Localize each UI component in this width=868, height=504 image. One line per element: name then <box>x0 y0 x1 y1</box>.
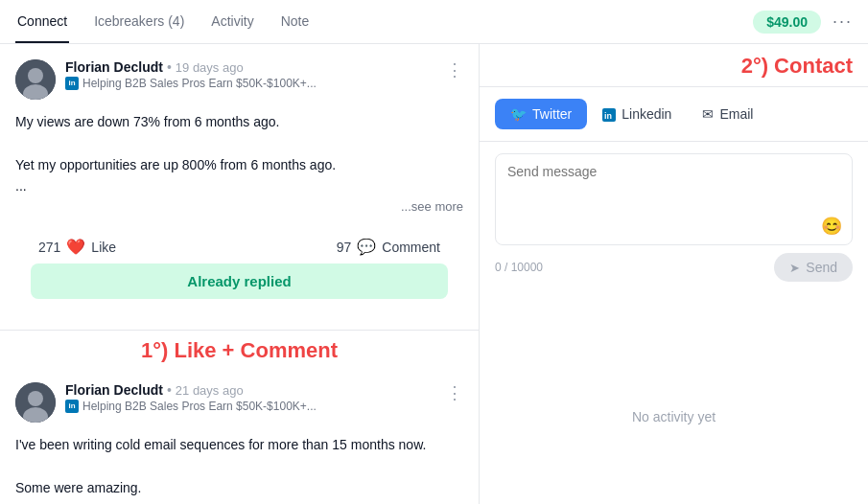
email-icon: ✉ <box>702 106 714 122</box>
post-body-2: I've been writing cold email sequences f… <box>15 434 463 504</box>
post-ellipsis-1: ... <box>15 175 463 196</box>
channel-tab-twitter[interactable]: 🐦 Twitter <box>495 99 587 129</box>
posts-feed: Florian Decludt • 19 days ago in Helping… <box>0 44 480 504</box>
like-count-1[interactable]: 271 ❤️ Like <box>38 238 116 256</box>
twitter-icon: 🐦 <box>510 106 527 122</box>
main-content: Florian Decludt • 19 days ago in Helping… <box>0 44 868 504</box>
more-options-button[interactable]: ··· <box>833 11 853 32</box>
svg-text:in: in <box>604 111 612 121</box>
svg-point-4 <box>28 391 43 406</box>
char-count-row: 0 / 10000 ➤ Send <box>495 245 853 289</box>
channel-tab-email[interactable]: ✉ Email <box>687 99 768 129</box>
already-replied-button[interactable]: Already replied <box>31 263 448 299</box>
post-line-2a: I've been writing cold email sequences f… <box>15 434 463 455</box>
separator-1: • <box>167 59 172 75</box>
tab-connect[interactable]: Connect <box>15 0 69 43</box>
comment-label-1: Comment <box>382 240 440 255</box>
post-line-2b: Some were amazing. <box>15 477 463 498</box>
twitter-label: Twitter <box>532 106 572 122</box>
channel-tab-linkedin[interactable]: in Linkedin <box>587 99 687 129</box>
separator-2: • <box>167 382 172 398</box>
like-number-1: 271 <box>38 240 60 255</box>
contact-title: 2°) Contact <box>741 54 853 79</box>
author-tagline-1: Helping B2B Sales Pros Earn $50K-$100K+.… <box>82 77 317 90</box>
heart-icon-1: ❤️ <box>66 238 85 256</box>
send-icon: ➤ <box>789 261 800 275</box>
emoji-button[interactable]: 😊 <box>821 216 842 237</box>
see-more-1[interactable]: ...see more <box>401 197 463 218</box>
post-body-1: My views are down 73% from 6 months ago.… <box>15 111 463 217</box>
message-area: 😊 0 / 10000 ➤ Send <box>480 142 868 329</box>
post-header-1: Florian Decludt • 19 days ago in Helping… <box>15 59 463 100</box>
post-author-area-2: Florian Decludt • 21 days ago in Helping… <box>15 382 317 423</box>
post-card-1: Florian Decludt • 19 days ago in Helping… <box>0 44 479 331</box>
author-info-2: Florian Decludt • 21 days ago in Helping… <box>65 382 317 413</box>
tab-note[interactable]: Note <box>279 0 312 43</box>
char-count: 0 / 10000 <box>495 261 543 274</box>
linkedin-icon-2: in <box>65 400 79 413</box>
top-navigation: Connect Icebreakers (4) Activity Note $4… <box>0 0 868 44</box>
comment-number-1: 97 <box>337 240 352 255</box>
tab-icebreakers[interactable]: Icebreakers (4) <box>92 0 186 43</box>
post-author-area-1: Florian Decludt • 19 days ago in Helping… <box>15 59 317 100</box>
author-name-row-1: Florian Decludt • 19 days ago <box>65 59 317 75</box>
post-time-2: 21 days ago <box>176 383 244 398</box>
channel-tabs: 🐦 Twitter in Linkedin ✉ Email <box>480 87 868 142</box>
comment-icon-1: 💬 <box>357 238 376 256</box>
author-name-row-2: Florian Decludt • 21 days ago <box>65 382 317 398</box>
contact-header: 2°) Contact <box>480 44 868 87</box>
engagement-row-1: 271 ❤️ Like 97 💬 Comment <box>15 230 463 263</box>
post-menu-2[interactable]: ⋮ <box>446 382 463 403</box>
linkedin-tab-icon: in <box>602 106 616 122</box>
author-info-1: Florian Decludt • 19 days ago in Helping… <box>65 59 317 90</box>
author-name-1: Florian Decludt <box>65 59 163 75</box>
email-tab-label: Email <box>719 106 753 122</box>
message-textarea-wrapper: 😊 <box>495 153 853 245</box>
no-activity-text: No activity yet <box>480 329 868 504</box>
comment-count-1[interactable]: 97 💬 Comment <box>337 238 440 256</box>
send-button[interactable]: ➤ Send <box>774 253 853 282</box>
linkedin-tab-label: Linkedin <box>622 106 671 122</box>
author-tagline-2: Helping B2B Sales Pros Earn $50K-$100K+.… <box>82 400 317 413</box>
annotation-label: 1°) Like + Comment <box>0 331 479 367</box>
post-header-2: Florian Decludt • 21 days ago in Helping… <box>15 382 463 423</box>
post-line-1b: Yet my opportunities are up 800% from 6 … <box>15 154 463 175</box>
send-label: Send <box>806 260 837 275</box>
author-subtitle-1: in Helping B2B Sales Pros Earn $50K-$100… <box>65 77 317 90</box>
avatar-2 <box>15 382 56 423</box>
like-label-1: Like <box>91 240 116 255</box>
author-subtitle-2: in Helping B2B Sales Pros Earn $50K-$100… <box>65 400 317 413</box>
nav-right: $49.00 ··· <box>753 11 853 34</box>
svg-point-1 <box>28 68 43 83</box>
author-name-2: Florian Decludt <box>65 382 163 398</box>
avatar-1 <box>15 59 56 100</box>
post-menu-1[interactable]: ⋮ <box>446 59 463 80</box>
post-time-1: 19 days ago <box>176 60 244 75</box>
tab-activity[interactable]: Activity <box>209 0 255 43</box>
post-card-2: Florian Decludt • 21 days ago in Helping… <box>0 367 479 504</box>
linkedin-icon-1: in <box>65 77 79 90</box>
price-badge: $49.00 <box>753 11 821 34</box>
message-textarea[interactable] <box>507 164 840 231</box>
right-panel: 2°) Contact 🐦 Twitter in Linkedin ✉ Emai… <box>480 44 868 504</box>
post-line-1a: My views are down 73% from 6 months ago. <box>15 111 463 132</box>
